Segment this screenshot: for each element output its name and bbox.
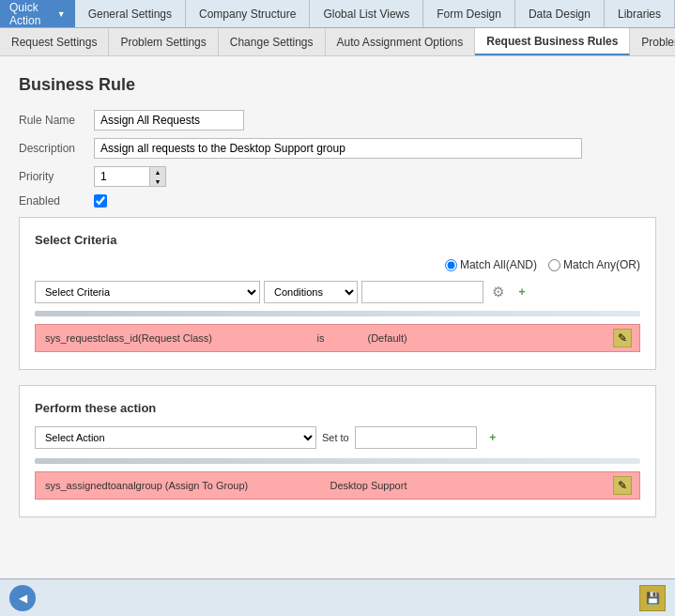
action-row-action: ✎	[606, 472, 639, 499]
match-all-label: Match All(AND)	[460, 258, 537, 271]
rule-name-label: Rule Name	[19, 114, 94, 127]
priority-up-button[interactable]: ▲	[150, 167, 165, 177]
criteria-row-action: ✎	[606, 325, 639, 351]
priority-row: Priority ▲ ▼	[19, 166, 656, 187]
criteria-table-header-stripe	[35, 311, 640, 316]
select-criteria-dropdown[interactable]: Select Criteria	[35, 281, 260, 303]
page-title: Business Rule	[19, 75, 656, 95]
add-icon: +	[489, 431, 496, 444]
conditions-dropdown[interactable]: Conditions	[264, 281, 358, 303]
criteria-field-cell: sys_requestclass_id(Request Class)	[36, 325, 284, 351]
quick-action-dropdown[interactable]: Quick Action ▼	[0, 0, 75, 27]
description-input[interactable]	[94, 138, 582, 159]
select-action-dropdown[interactable]: Select Action	[35, 426, 316, 449]
nav-data-design[interactable]: Data Design	[515, 0, 605, 27]
nav-form-design[interactable]: Form Design	[423, 0, 515, 27]
top-navigation: Quick Action ▼ General Settings Company …	[0, 0, 675, 28]
edit-icon: ✎	[618, 331, 627, 345]
criteria-section: Select Criteria Match All(AND) Match Any…	[19, 217, 656, 370]
bottom-toolbar: ◀ 💾	[0, 578, 675, 616]
quick-action-label: Quick Action	[9, 1, 54, 27]
enabled-row: Enabled	[19, 194, 656, 208]
settings-icon: ⚙	[492, 284, 504, 300]
criteria-value-cell: (Default)	[359, 325, 606, 351]
match-any-option[interactable]: Match Any(OR)	[548, 258, 640, 271]
match-all-radio[interactable]	[445, 259, 457, 271]
rule-name-input[interactable]	[94, 110, 244, 131]
description-row: Description	[19, 138, 656, 159]
back-button[interactable]: ◀	[9, 585, 36, 611]
match-radio-group: Match All(AND) Match Any(OR)	[445, 258, 640, 271]
set-to-label: Set to	[322, 432, 349, 443]
nav-general-settings[interactable]: General Settings	[75, 0, 186, 27]
nav-global-list-views[interactable]: Global List Views	[310, 0, 423, 27]
action-add-button[interactable]: +	[483, 427, 503, 448]
priority-spinner: ▲ ▼	[150, 166, 166, 187]
criteria-input-row: Select Criteria Conditions ⚙ +	[35, 281, 640, 303]
priority-label: Priority	[19, 170, 94, 183]
criteria-add-button[interactable]: +	[512, 282, 532, 302]
criteria-operator-cell: is	[284, 325, 359, 351]
save-button[interactable]: 💾	[639, 585, 666, 611]
subnav-request-settings[interactable]: Request Settings	[0, 28, 109, 55]
criteria-controls: Match All(AND) Match Any(OR)	[35, 258, 640, 271]
match-any-label: Match Any(OR)	[563, 258, 640, 271]
criteria-section-title: Select Criteria	[35, 233, 640, 247]
form-section: Rule Name Description Priority ▲ ▼ Enabl…	[19, 110, 656, 208]
subnav-auto-assignment[interactable]: Auto Assignment Options	[326, 28, 476, 55]
enabled-checkbox[interactable]	[94, 194, 107, 208]
action-input-row: Select Action Set to +	[35, 426, 640, 449]
criteria-data-row: sys_requestclass_id(Request Class) is (D…	[35, 324, 640, 352]
edit-icon: ✎	[618, 479, 627, 492]
priority-down-button[interactable]: ▼	[150, 177, 165, 186]
nav-company-structure[interactable]: Company Structure	[186, 0, 310, 27]
action-section: Perform these action Select Action Set t…	[19, 385, 656, 517]
description-label: Description	[19, 142, 94, 155]
rule-name-row: Rule Name	[19, 110, 656, 131]
subnav-request-business-rules[interactable]: Request Business Rules	[475, 28, 630, 55]
criteria-settings-button[interactable]: ⚙	[487, 282, 508, 302]
enabled-label: Enabled	[19, 194, 94, 208]
action-value-input[interactable]	[355, 426, 477, 449]
main-content: Business Rule Rule Name Description Prio…	[0, 56, 675, 578]
action-edit-button[interactable]: ✎	[613, 476, 632, 495]
save-icon: 💾	[646, 592, 660, 605]
action-field-cell: sys_assignedtoanalgroup (Assign To Group…	[36, 472, 321, 499]
match-all-option[interactable]: Match All(AND)	[445, 258, 537, 271]
subnav-problem-settings[interactable]: Problem Settings	[109, 28, 218, 55]
nav-libraries[interactable]: Libraries	[605, 0, 675, 27]
add-icon: +	[518, 285, 525, 299]
criteria-edit-button[interactable]: ✎	[613, 329, 632, 347]
action-section-title: Perform these action	[35, 401, 640, 415]
priority-input[interactable]	[94, 166, 150, 187]
criteria-value-input[interactable]	[361, 281, 483, 303]
subnav-change-settings[interactable]: Change Settings	[219, 28, 326, 55]
match-any-radio[interactable]	[548, 259, 560, 271]
action-value-cell: Desktop Support	[321, 472, 606, 499]
quick-action-arrow-icon: ▼	[57, 9, 66, 19]
action-table-header-stripe	[35, 458, 640, 464]
sub-navigation: Request Settings Problem Settings Change…	[0, 28, 675, 56]
subnav-problem-busi[interactable]: Problem Busi...	[630, 28, 675, 55]
priority-container: ▲ ▼	[94, 166, 166, 187]
action-data-row: sys_assignedtoanalgroup (Assign To Group…	[35, 471, 640, 500]
back-icon: ◀	[19, 592, 27, 605]
